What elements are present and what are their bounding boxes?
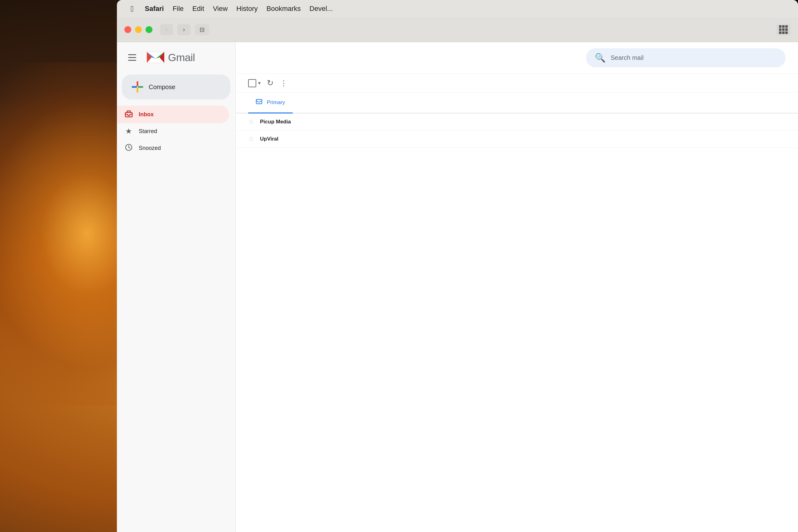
inbox-icon — [125, 109, 133, 119]
refresh-button[interactable]: ↻ — [267, 78, 274, 88]
search-box[interactable]: 🔍 Search mail — [586, 48, 785, 67]
menu-file[interactable]: File — [168, 4, 188, 13]
sidebar-item-starred[interactable]: ★ Starred — [117, 123, 229, 139]
dropdown-arrow-icon: ▾ — [258, 80, 261, 86]
gmail-toolbar: ▾ ↻ ⋮ — [236, 74, 798, 93]
back-button[interactable]: ‹ — [160, 24, 173, 35]
star-icon[interactable]: ☆ — [248, 135, 254, 143]
sidebar-item-snoozed[interactable]: Snoozed — [117, 139, 229, 157]
primary-tab-label: Primary — [267, 99, 285, 106]
search-area: 🔍 Search mail — [236, 42, 798, 74]
gmail-main: 🔍 Search mail ▾ ↻ ⋮ Primary — [235, 42, 798, 532]
table-row[interactable]: ☆ UpViral — [236, 131, 798, 148]
select-all-checkbox[interactable]: ▾ — [248, 79, 261, 87]
email-list: ☆ Picup Media ☆ UpViral — [236, 113, 798, 532]
menu-bookmarks[interactable]: Bookmarks — [262, 4, 305, 13]
compose-label: Compose — [149, 83, 175, 91]
tab-primary[interactable]: Primary — [248, 93, 293, 113]
email-sender: UpViral — [260, 136, 328, 142]
menu-history[interactable]: History — [232, 4, 262, 13]
gmail-title: Gmail — [168, 52, 195, 63]
starred-label: Starred — [139, 128, 157, 135]
maximize-button[interactable] — [146, 26, 152, 33]
search-icon: 🔍 — [595, 53, 606, 63]
more-options-button[interactable]: ⋮ — [280, 79, 288, 88]
forward-icon: › — [183, 26, 185, 33]
compose-plus-icon — [132, 81, 143, 93]
minimize-button[interactable] — [135, 26, 142, 33]
gmail-logo: Gmail — [146, 50, 195, 65]
sidebar-icon: ⊟ — [200, 26, 205, 33]
safari-toolbar: ‹ › ⊟ — [117, 17, 798, 42]
forward-button[interactable]: › — [177, 24, 190, 35]
svg-rect-8 — [256, 99, 262, 104]
sidebar-toggle-button[interactable]: ⊟ — [195, 24, 209, 35]
gmail-sidebar: Gmail Compose Inbox — [117, 42, 235, 532]
starred-icon: ★ — [125, 127, 133, 136]
back-icon: ‹ — [166, 26, 168, 33]
menu-develop[interactable]: Devel... — [305, 4, 337, 13]
table-row[interactable]: ☆ Picup Media — [236, 113, 798, 131]
checkbox-icon — [248, 79, 256, 87]
hamburger-icon — [128, 57, 136, 58]
gmail-header: Gmail — [117, 50, 235, 75]
primary-tab-icon — [255, 98, 263, 107]
hamburger-icon — [128, 54, 136, 55]
menu-safari[interactable]: Safari — [140, 4, 168, 13]
hamburger-icon — [128, 60, 136, 61]
snoozed-label: Snoozed — [139, 145, 161, 151]
star-icon[interactable]: ☆ — [248, 118, 254, 126]
traffic-lights — [125, 26, 152, 33]
compose-button[interactable]: Compose — [122, 75, 230, 99]
inbox-label: Inbox — [139, 111, 154, 118]
tab-overview-button[interactable] — [776, 24, 791, 35]
menu-bar:  Safari File Edit View History Bookmark… — [117, 0, 798, 17]
snoozed-icon — [125, 143, 133, 153]
grid-icon — [779, 25, 788, 34]
hamburger-button[interactable] — [125, 50, 140, 65]
apple-menu[interactable]:  — [126, 3, 138, 14]
email-sender: Picup Media — [260, 119, 328, 125]
browser-content: Gmail Compose Inbox — [117, 42, 798, 532]
search-placeholder: Search mail — [611, 54, 644, 61]
menu-view[interactable]: View — [209, 4, 232, 13]
gmail-tabs: Primary — [236, 93, 798, 113]
menu-edit[interactable]: Edit — [188, 4, 209, 13]
close-button[interactable] — [125, 26, 131, 33]
sidebar-item-inbox[interactable]: Inbox — [117, 106, 229, 123]
gmail-m-icon — [146, 50, 165, 65]
